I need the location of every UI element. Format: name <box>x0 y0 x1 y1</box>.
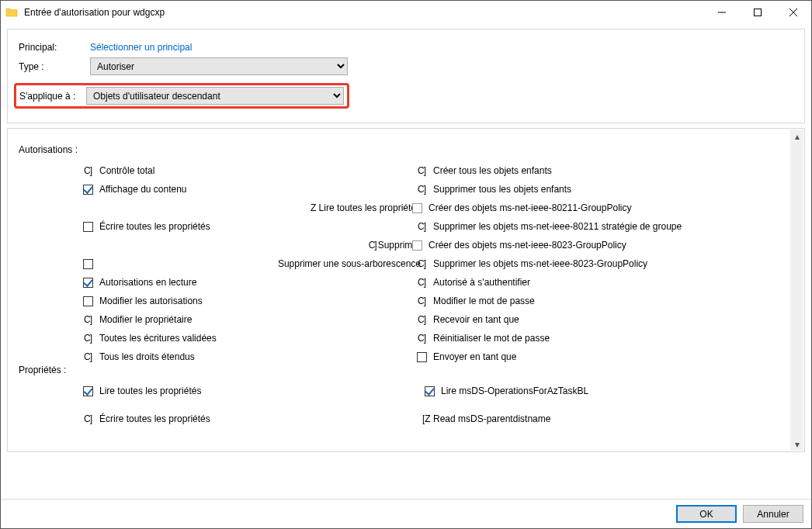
properties-section-label: Propriétés : <box>19 365 793 375</box>
perm-item[interactable]: Autorisations en lecture <box>81 273 422 292</box>
permissions-grid: C]Contrôle total Affichage du contenu Z … <box>81 161 793 361</box>
svg-rect-0 <box>755 9 762 16</box>
maximize-button[interactable] <box>740 1 776 24</box>
prop-item[interactable]: Lire toutes les propriétés <box>81 382 422 400</box>
checkbox-icon <box>83 278 93 288</box>
checkbox-icon <box>412 240 422 251</box>
select-principal-link[interactable]: Sélectionner un principal <box>90 42 192 53</box>
perm-item[interactable]: C]Créer tous les objets enfants <box>415 161 756 180</box>
perm-item[interactable]: C]Toutes les écritures validées <box>81 329 422 347</box>
prop-item[interactable]: Lire msDS-OperationsForAzTaskBL <box>422 382 764 400</box>
checkbox-icon <box>83 222 93 232</box>
applies-to-select[interactable]: Objets d'utilisateur descendant <box>86 87 344 105</box>
applies-to-highlight: S'applique à : Objets d'utilisateur desc… <box>14 83 349 109</box>
ok-button[interactable]: OK <box>676 505 737 523</box>
perm-item[interactable]: C]Modifier le propriétaire <box>81 310 422 329</box>
dialog-footer: OK Annuler <box>1 499 811 528</box>
principal-panel: Principal: Sélectionner un principal Typ… <box>7 29 805 123</box>
type-label: Type : <box>19 61 90 72</box>
checkbox-icon <box>425 386 435 396</box>
folder-icon <box>5 6 18 19</box>
prop-item[interactable]: [Z Read msDS-parentdistname <box>422 410 764 428</box>
perm-item[interactable]: C]Réinitialiser le mot de passe <box>415 329 756 347</box>
checkbox-icon <box>83 259 93 269</box>
cancel-button[interactable]: Annuler <box>743 505 803 523</box>
perm-item[interactable]: C]Tous les droits étendus <box>81 347 422 366</box>
title-bar: Entrée d'autorisation pour wdgcxp <box>1 1 811 24</box>
perm-item[interactable]: Modifier les autorisations <box>81 292 422 310</box>
perm-item[interactable]: C]Contrôle total <box>81 161 422 180</box>
scroll-up-icon[interactable]: ▴ <box>790 130 803 143</box>
checkbox-icon <box>417 352 427 362</box>
perm-item[interactable]: C]Supprimer les objets ms-net-ieee-80211… <box>415 217 756 236</box>
window-title: Entrée d'autorisation pour wdgcxp <box>24 7 165 18</box>
perm-item[interactable]: C]Autorisé à s'authentifier <box>415 273 756 292</box>
applies-to-label: S'applique à : <box>19 91 86 102</box>
perm-item[interactable]: C] Supprimer <box>81 236 422 254</box>
permissions-panel: Autorisations : C]Contrôle total Afficha… <box>7 128 805 452</box>
perm-item[interactable]: Créer des objets ms-net-ieee-80211-Group… <box>415 199 756 217</box>
principal-label: Principal: <box>19 42 90 53</box>
checkbox-icon <box>412 203 422 213</box>
checkbox-icon <box>83 386 93 396</box>
checkbox-icon <box>83 296 93 306</box>
perm-item[interactable]: Créer des objets ms-net-ieee-8023-GroupP… <box>415 236 756 254</box>
permissions-section-label: Autorisations : <box>19 144 793 155</box>
prop-item[interactable]: C]Écrire toutes les propriétés <box>81 410 422 428</box>
perm-item[interactable]: Affichage du contenu <box>81 180 422 199</box>
perm-item[interactable]: Supprimer une sous-arborescence <box>81 254 422 273</box>
perm-item[interactable]: Z Lire toutes les propriétés <box>81 199 422 217</box>
minimize-button[interactable] <box>704 1 740 24</box>
checkbox-icon <box>83 185 93 195</box>
close-button[interactable] <box>776 1 811 24</box>
scroll-down-icon[interactable]: ▾ <box>790 437 803 451</box>
perm-item[interactable]: C]Recevoir en tant que <box>415 310 756 329</box>
scrollbar[interactable]: ▴ ▾ <box>790 130 803 451</box>
perm-item[interactable]: C]Supprimer les objets ms-net-ieee-8023-… <box>415 254 756 273</box>
perm-item[interactable]: C]Modifier le mot de passe <box>415 292 756 310</box>
perm-item[interactable]: Envoyer en tant que <box>415 347 756 366</box>
type-select[interactable]: Autoriser <box>90 57 348 75</box>
perm-item[interactable]: C]Supprimer tous les objets enfants <box>415 180 756 199</box>
perm-item[interactable]: Écrire toutes les propriétés <box>81 217 422 236</box>
properties-grid: Lire toutes les propriétés Lire msDS-Ope… <box>81 382 793 428</box>
